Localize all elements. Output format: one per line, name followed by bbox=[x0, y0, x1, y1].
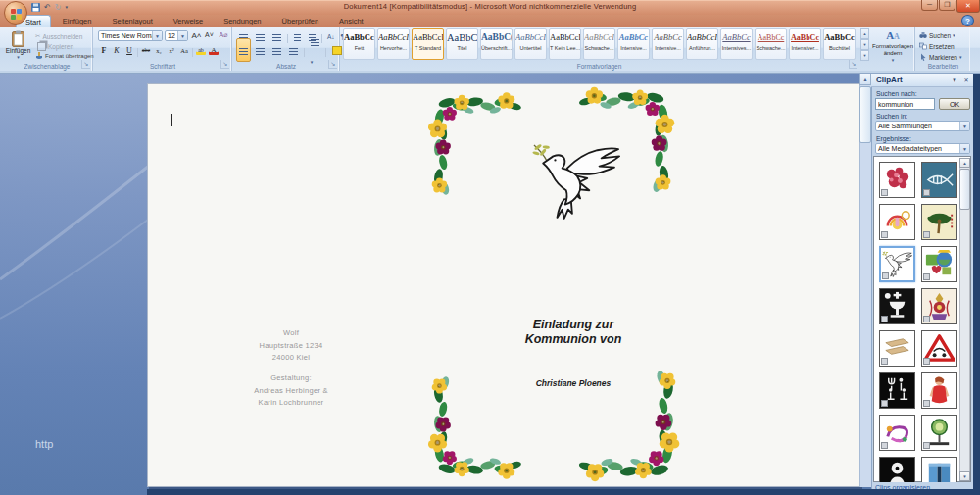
help-icon[interactable]: ? bbox=[961, 15, 974, 26]
clipart-thumb-woman-red-dress[interactable] bbox=[921, 372, 957, 409]
style-name: Anführun... bbox=[687, 45, 717, 52]
minimize-button[interactable]: ─ bbox=[921, 0, 938, 11]
style-item-intensiver[interactable]: AaBbCcIntensiver... bbox=[789, 28, 821, 60]
bold-button[interactable]: F bbox=[98, 44, 110, 56]
tab-einfu-gen[interactable]: Einfügen bbox=[54, 15, 101, 27]
clipart-thumb-peace-dove[interactable] bbox=[879, 246, 915, 282]
shrink-font-button[interactable]: A˅ bbox=[203, 30, 216, 41]
tab-verweise[interactable]: Verweise bbox=[165, 15, 212, 27]
clipart-thumb-ornate-emblem[interactable] bbox=[921, 288, 957, 324]
justify-button[interactable] bbox=[286, 38, 301, 62]
clipart-thumb-red-floral-figure[interactable] bbox=[879, 162, 915, 198]
clipart-thumb-wood-planks[interactable] bbox=[879, 330, 915, 367]
grow-font-button[interactable]: A˄ bbox=[190, 30, 203, 41]
style-item-anfu-hrun[interactable]: AaBbCcIAnführun... bbox=[686, 28, 718, 60]
align-left-icon bbox=[239, 48, 248, 55]
chevron-down-icon: ▼ bbox=[959, 122, 969, 130]
results-scroll-up-icon[interactable]: ▲ bbox=[959, 158, 970, 168]
paste-button[interactable]: Einfügen ▾ bbox=[4, 29, 32, 62]
align-left-button[interactable] bbox=[236, 38, 251, 62]
cut-button[interactable]: ✂Ausschneiden bbox=[35, 31, 82, 41]
qat-dropdown-icon[interactable]: ▾ bbox=[65, 3, 68, 12]
styles-dialog-launcher[interactable]: ↘ bbox=[849, 60, 858, 69]
clipart-thumb-globe-heart-collage[interactable] bbox=[921, 246, 957, 282]
save-icon[interactable] bbox=[31, 3, 40, 12]
style-item-schwache[interactable]: AaBbCcSchwache... bbox=[755, 28, 787, 60]
clipart-thumb-christian-fish[interactable] bbox=[921, 162, 957, 198]
find-button[interactable]: Suchen▾ bbox=[919, 30, 956, 40]
media-types-select[interactable]: Alle Mediadateitypen▼ bbox=[875, 143, 970, 154]
style-item-intensive[interactable]: AaBbCcIntensive... bbox=[652, 28, 684, 60]
clipart-thumb-communion-chalice[interactable] bbox=[879, 288, 915, 324]
clipart-thumb-blue-panels[interactable] bbox=[921, 457, 957, 482]
clipart-thumb-warning-triangle-sign[interactable] bbox=[921, 330, 957, 367]
group-paragraph: A↓ ¶ ▾ Absatz ↘ bbox=[233, 27, 340, 71]
italic-button[interactable]: K bbox=[111, 44, 122, 56]
close-button[interactable]: ✕ bbox=[956, 0, 980, 13]
clipart-thumb-round-sign-post[interactable] bbox=[921, 415, 957, 451]
scroll-up-icon[interactable]: ▲ bbox=[859, 74, 871, 85]
dove-image[interactable] bbox=[525, 141, 627, 222]
clipart-results-grid bbox=[879, 162, 957, 482]
style-item-buchtitel[interactable]: AaBbCcBuchtitel bbox=[823, 28, 856, 60]
style-item-t-kein-lee[interactable]: AaBbCcIT Kein Lee... bbox=[549, 28, 581, 60]
clipart-thumb-chalice-figures-dark[interactable] bbox=[879, 372, 915, 409]
gallery-more[interactable]: ▼ bbox=[860, 50, 869, 61]
collections-select[interactable]: Alle Sammlungen▼ bbox=[875, 121, 970, 131]
paragraph-dialog-launcher[interactable]: ↘ bbox=[328, 60, 337, 69]
redo-icon[interactable]: ↻ bbox=[55, 3, 62, 12]
subscript-button[interactable]: x₂ bbox=[153, 44, 165, 56]
highlight-button[interactable]: ab bbox=[195, 44, 207, 56]
clipboard-dialog-launcher[interactable]: ↘ bbox=[81, 60, 90, 69]
font-family-combo[interactable]: Times New Roman▼ bbox=[98, 30, 163, 41]
pane-close-icon[interactable]: ✕ bbox=[960, 75, 972, 87]
font-size-combo[interactable]: 12▼ bbox=[165, 30, 188, 41]
clipart-search-input[interactable] bbox=[875, 98, 935, 110]
superscript-button[interactable]: x² bbox=[166, 44, 177, 56]
undo-icon[interactable]: ↶ bbox=[44, 3, 51, 12]
copy-button[interactable]: Kopieren bbox=[35, 41, 74, 51]
style-sample: AaBbCcI bbox=[515, 29, 546, 45]
style-item-schwache[interactable]: AaBbCcISchwache... bbox=[583, 28, 615, 60]
justify-icon bbox=[289, 48, 298, 55]
clipart-thumb-purple-swirl[interactable] bbox=[879, 415, 915, 451]
style-sample: AaBbCcI bbox=[584, 29, 614, 45]
format-painter-icon bbox=[35, 52, 43, 60]
style-item-hervorhe[interactable]: AaBbCcIHervorhe... bbox=[377, 28, 410, 60]
clipart-thumb-praying-figure-dark[interactable] bbox=[879, 457, 915, 482]
font-color-button[interactable]: A bbox=[208, 44, 220, 56]
clear-formatting-button[interactable]: A⌀ bbox=[218, 30, 229, 41]
align-right-button[interactable] bbox=[270, 38, 284, 62]
tab-seitenlayout[interactable]: Seitenlayout bbox=[103, 15, 161, 27]
tab-ansicht[interactable]: Ansicht bbox=[330, 15, 372, 27]
clipart-thumb-rainbow-candle[interactable] bbox=[879, 204, 915, 240]
change-styles-button[interactable]: AA Formatvorlagen ändern ▾ bbox=[871, 28, 914, 64]
style-item-fett[interactable]: AaBbCcIFett bbox=[343, 28, 375, 60]
style-item-intensive[interactable]: AaBbCcIntensive... bbox=[617, 28, 650, 60]
font-dialog-launcher[interactable]: ↘ bbox=[220, 60, 229, 69]
select-button[interactable]: Markieren▾ bbox=[919, 52, 961, 62]
align-center-button[interactable] bbox=[253, 38, 268, 62]
strikethrough-button[interactable]: abc bbox=[140, 44, 152, 56]
change-case-button[interactable]: Aa bbox=[178, 44, 190, 56]
scrollbar-thumb[interactable] bbox=[859, 86, 871, 143]
style-name: Titel bbox=[447, 45, 477, 52]
underline-button[interactable]: U bbox=[123, 44, 135, 56]
style-item-u-berschrift[interactable]: AaBbC(Überschrift... bbox=[480, 28, 513, 60]
style-item-intensives[interactable]: AaBbCcIntensives... bbox=[720, 28, 753, 60]
office-button[interactable] bbox=[4, 1, 27, 25]
style-item-t-standard[interactable]: AaBbCcIT Standard bbox=[412, 28, 444, 60]
restore-button[interactable]: ❐ bbox=[939, 0, 956, 11]
style-item-titel[interactable]: AaBbC(Titel bbox=[446, 28, 478, 60]
gallery-scroll-down[interactable]: ▼ bbox=[860, 39, 869, 50]
style-item-untertitel[interactable]: AaBbCcIUntertitel bbox=[514, 28, 547, 60]
results-scroll-down-icon[interactable]: ▼ bbox=[959, 471, 970, 481]
pane-menu-icon[interactable]: ▼ bbox=[949, 75, 960, 87]
results-scrollbar-thumb[interactable] bbox=[959, 169, 970, 210]
ok-button[interactable]: OK bbox=[939, 98, 970, 110]
clipart-thumb-palm-tree[interactable] bbox=[921, 204, 957, 240]
gallery-scroll-up[interactable]: ▲ bbox=[860, 28, 869, 39]
replace-button[interactable]: Ersetzen bbox=[919, 41, 955, 51]
style-name: Intensiver... bbox=[790, 45, 820, 52]
credits-block: Gestaltung: Andreas Herbinger & Karin Lo… bbox=[232, 372, 350, 410]
